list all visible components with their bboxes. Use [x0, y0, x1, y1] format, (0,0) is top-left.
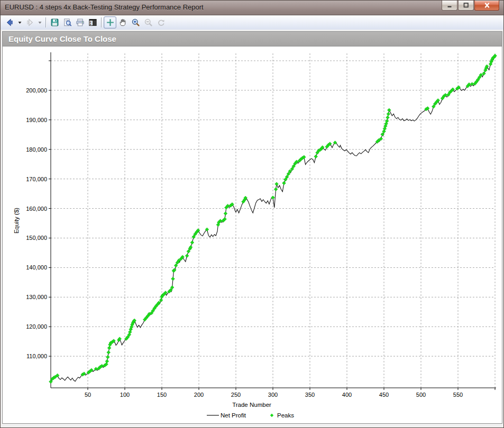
back-dropdown-button[interactable] [16, 16, 23, 29]
peak-marker [282, 181, 286, 185]
x-axis-title: Trade Number [232, 402, 271, 408]
y-tick-label: 130,000 [26, 294, 47, 300]
peak-marker [274, 188, 278, 191]
caret-down-icon [17, 20, 22, 25]
y-tick-label: 150,000 [26, 235, 47, 241]
legend-peaks-label: Peaks [277, 412, 294, 418]
y-tick-label: 170,000 [26, 176, 47, 182]
app-window: EURUSD : 4 steps 4x Back-Testing Strateg… [0, 0, 504, 428]
peak-marker [387, 112, 390, 116]
maximize-button[interactable] [458, 1, 474, 11]
refresh-button [154, 16, 167, 29]
peak-marker [105, 359, 109, 363]
zoom-out-icon [144, 18, 153, 27]
forward-button [23, 16, 36, 29]
y-tick-label: 160,000 [26, 206, 47, 212]
toolbar: ## [1, 15, 503, 30]
minimize-button[interactable] [442, 1, 457, 11]
x-tick-label: 500 [416, 392, 426, 398]
forward-arrow-icon [25, 18, 34, 27]
x-tick-label: 400 [342, 392, 352, 398]
save-floppy-icon [50, 18, 59, 27]
peak-marker [159, 299, 163, 302]
report-title: Equity Curve Close To Close [3, 34, 116, 43]
legend-net-profit-label: Net Profit [221, 412, 246, 418]
x-tick-label: 250 [231, 392, 241, 398]
report-panel: Equity Curve Close To Close 501001502002… [2, 31, 502, 424]
y-tick-label: 110,000 [26, 353, 47, 359]
window-title: EURUSD : 4 steps 4x Back-Testing Strateg… [5, 3, 204, 11]
chart-legend: Net ProfitPeaks [207, 412, 294, 418]
back-arrow-icon [5, 18, 14, 27]
equity-curve-chart: 50100150200250300350400450500550110,0001… [3, 46, 502, 423]
forward-dropdown-button [36, 16, 43, 29]
peak-marker [106, 355, 109, 359]
x-tick-label: 50 [85, 392, 91, 398]
x-tick-label: 450 [379, 392, 389, 398]
printer-icon [76, 18, 85, 27]
x-tick-label: 100 [120, 392, 130, 398]
refresh-icon [157, 18, 166, 27]
peak-marker [387, 108, 391, 112]
peak-marker [171, 277, 175, 281]
peak-marker [107, 350, 111, 354]
x-tick-label: 150 [157, 392, 167, 398]
report-header: Equity Curve Close To Close [3, 32, 502, 46]
y-tick-label: 140,000 [26, 264, 47, 271]
y-axis-title: Equity ($) [13, 208, 20, 234]
report-body: Equity Curve Close To Close 501001502002… [1, 30, 503, 427]
minimize-icon [446, 2, 453, 9]
close-icon [483, 2, 491, 9]
close-button[interactable] [474, 1, 499, 11]
peak-marker [275, 182, 279, 186]
zoom-in-icon [131, 18, 140, 27]
window-controls [441, 1, 499, 11]
peak-marker [107, 346, 111, 350]
back-button[interactable] [3, 16, 16, 29]
caret-down-icon [38, 20, 42, 25]
legend-diamond-sample [270, 414, 273, 417]
toolbar-separator [101, 17, 102, 27]
peak-marker [224, 212, 227, 216]
x-tick-label: 550 [453, 392, 463, 398]
maximize-icon [462, 2, 470, 9]
peak-marker [185, 254, 189, 258]
y-tick-label: 180,000 [26, 146, 47, 153]
crosshair-icon [106, 18, 115, 27]
peak-marker [386, 116, 390, 119]
equity-chart-surface[interactable]: 50100150200250300350400450500550110,0001… [3, 46, 502, 423]
y-tick-label: 200,000 [26, 87, 47, 94]
print-preview-icon [63, 18, 72, 27]
chart-axes: 50100150200250300350400450500550110,0001… [26, 52, 496, 398]
crosshair-button[interactable] [104, 16, 116, 29]
y-tick-label: 120,000 [26, 323, 47, 330]
print-preview-button[interactable] [61, 16, 74, 29]
toolbar-separator [45, 17, 46, 27]
peak-marker [271, 196, 275, 199]
data-grid-button[interactable]: ## [86, 16, 99, 29]
zoom-in-button[interactable] [129, 16, 142, 29]
x-tick-label: 200 [194, 392, 204, 398]
peak-marker [190, 240, 194, 244]
hand-icon [118, 18, 127, 27]
x-tick-label: 300 [268, 392, 278, 398]
pan-button[interactable] [116, 16, 129, 29]
y-tick-label: 190,000 [26, 117, 47, 123]
chart-gridlines [51, 53, 495, 388]
zoom-out-button [142, 16, 154, 29]
titlebar: EURUSD : 4 steps 4x Back-Testing Strateg… [1, 1, 503, 15]
print-button[interactable] [74, 16, 86, 29]
peak-marker [314, 155, 318, 159]
data-grid-icon: ## [88, 18, 97, 27]
x-tick-label: 350 [305, 392, 315, 398]
save-button[interactable] [48, 16, 61, 29]
